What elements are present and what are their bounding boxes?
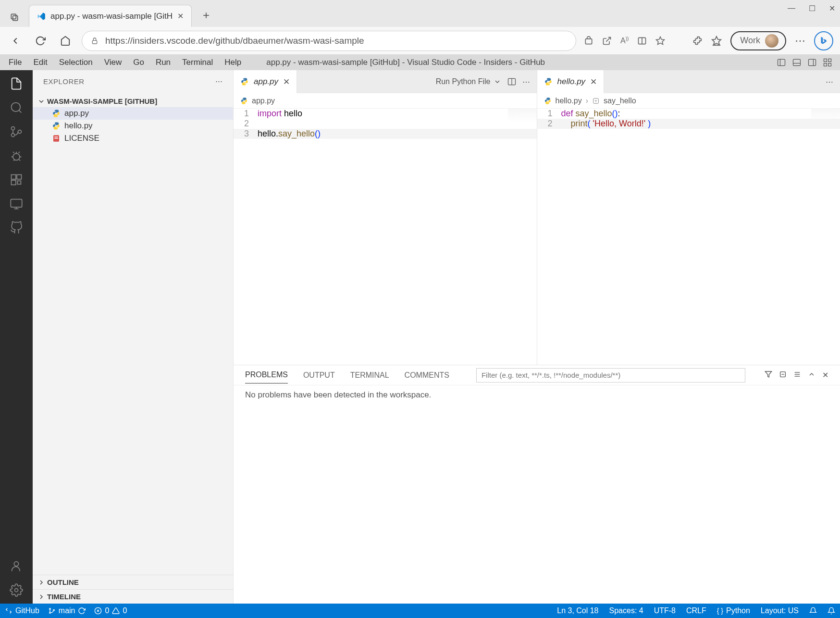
debug-icon[interactable] — [10, 149, 23, 162]
layout-indicator[interactable]: Layout: US — [761, 606, 799, 615]
svg-rect-20 — [824, 63, 827, 66]
editor-content[interactable]: 1def say_hello():2 print( 'Hello, World!… — [537, 109, 840, 365]
tab-close-icon[interactable]: ✕ — [177, 12, 184, 21]
file-item[interactable]: LICENSE — [33, 132, 233, 145]
back-button[interactable] — [7, 32, 24, 49]
panel-filter[interactable] — [476, 368, 745, 383]
minimize-icon[interactable]: — — [788, 4, 795, 13]
panel-tab-output[interactable]: OUTPUT — [303, 367, 335, 383]
vscode-favicon — [37, 12, 46, 21]
toggle-bottom-icon[interactable] — [792, 58, 802, 67]
menu-run[interactable]: Run — [150, 56, 176, 69]
toggle-panel-icon[interactable] — [777, 58, 786, 67]
search-icon[interactable] — [10, 101, 23, 114]
menu-selection[interactable]: Selection — [53, 56, 99, 69]
minimap[interactable] — [811, 109, 840, 123]
explorer-icon[interactable] — [0, 77, 23, 90]
shopping-icon[interactable] — [584, 36, 593, 46]
problems-message: No problems have been detected in the wo… — [234, 385, 840, 405]
extensions-activity-icon[interactable] — [10, 173, 23, 186]
open-external-icon[interactable] — [602, 36, 612, 46]
timeline-section[interactable]: TIMELINE — [33, 589, 233, 604]
customize-layout-icon[interactable] — [823, 58, 832, 67]
github-icon[interactable] — [10, 221, 23, 235]
menu-help[interactable]: Help — [219, 56, 247, 69]
editor-more-icon[interactable]: ⋯ — [522, 77, 530, 87]
menu-view[interactable]: View — [99, 56, 128, 69]
remote-indicator[interactable]: GitHub — [5, 606, 39, 615]
menu-terminal[interactable]: Terminal — [176, 56, 219, 69]
browser-tab[interactable]: app.py - wasm-wasi-sample [GitH ✕ — [29, 5, 192, 27]
settings-icon[interactable] — [10, 583, 23, 597]
editor-tab-app[interactable]: app.py ✕ — [234, 70, 297, 93]
editor-more-icon[interactable]: ⋯ — [826, 77, 833, 87]
home-button[interactable] — [57, 32, 74, 49]
svg-rect-39 — [54, 138, 58, 139]
collections-icon[interactable] — [711, 36, 722, 46]
refresh-button[interactable] — [32, 32, 49, 49]
filter-icon[interactable] — [765, 371, 772, 380]
chevron-up-icon[interactable] — [808, 371, 815, 380]
cursor-position[interactable]: Ln 3, Col 18 — [557, 606, 598, 615]
close-panel-icon[interactable]: ✕ — [822, 371, 828, 380]
menu-go[interactable]: Go — [127, 56, 150, 69]
extensions-icon[interactable] — [692, 36, 703, 46]
menu-edit[interactable]: Edit — [27, 56, 53, 69]
read-aloud-icon[interactable]: A)) — [620, 36, 629, 45]
split-editor-icon[interactable] — [507, 77, 517, 87]
tab-label: app.py — [254, 77, 278, 87]
language-indicator[interactable]: { } Python — [717, 606, 750, 615]
remote-explorer-icon[interactable] — [10, 197, 23, 210]
editor-tab-hello[interactable]: hello.py ✕ — [537, 70, 605, 93]
breadcrumb[interactable]: app.py — [234, 93, 537, 109]
panel-tab-comments[interactable]: COMMENTS — [405, 367, 449, 383]
toggle-right-icon[interactable] — [807, 58, 817, 67]
notifications-icon[interactable] — [828, 607, 835, 615]
maximize-icon[interactable]: ☐ — [809, 4, 815, 13]
tab-actions-icon[interactable] — [5, 8, 24, 27]
feedback-icon[interactable] — [809, 607, 817, 615]
editor-pane-right: hello.py ✕ ⋯ hello.py › say_hello 1d — [537, 70, 840, 365]
encoding-indicator[interactable]: UTF-8 — [654, 606, 676, 615]
sidebar-more-icon[interactable]: ⋯ — [215, 77, 223, 86]
account-icon[interactable] — [10, 559, 23, 573]
bing-button[interactable] — [814, 31, 833, 50]
url-bar[interactable]: https://insiders.vscode.dev/github/dbaeu… — [82, 31, 576, 51]
close-window-icon[interactable]: ✕ — [829, 4, 835, 13]
minimap[interactable] — [508, 109, 537, 123]
close-tab-icon[interactable]: ✕ — [590, 77, 597, 87]
eol-indicator[interactable]: CRLF — [686, 606, 706, 615]
file-item[interactable]: app.py — [33, 107, 233, 120]
breadcrumb[interactable]: hello.py › say_hello — [537, 93, 840, 109]
svg-point-26 — [18, 130, 22, 134]
new-tab-button[interactable] — [197, 6, 216, 25]
profile-pill[interactable]: Work — [730, 31, 786, 50]
source-control-icon[interactable] — [10, 125, 23, 138]
list-icon[interactable] — [793, 371, 801, 380]
close-tab-icon[interactable]: ✕ — [283, 77, 290, 87]
panel-tab-problems[interactable]: PROBLEMS — [245, 367, 288, 383]
branch-indicator[interactable]: main — [48, 606, 86, 615]
split-screen-icon[interactable] — [637, 36, 647, 46]
run-python-button[interactable]: Run Python File — [436, 77, 501, 86]
editor-content[interactable]: 1import hello23hello.say_hello() — [234, 109, 537, 365]
favorites-icon[interactable] — [655, 36, 665, 46]
more-icon[interactable]: ⋯ — [795, 35, 805, 47]
file-item[interactable]: hello.py — [33, 120, 233, 132]
svg-point-25 — [12, 134, 15, 137]
outline-section[interactable]: OUTLINE — [33, 575, 233, 589]
filter-input[interactable] — [476, 368, 745, 383]
menu-file[interactable]: File — [3, 56, 27, 69]
panel-tab-terminal[interactable]: TERMINAL — [350, 367, 389, 383]
tree-root[interactable]: WASM-WASI-SAMPLE [GITHUB] — [33, 95, 233, 107]
collapse-icon[interactable] — [779, 371, 787, 380]
svg-point-53 — [53, 609, 54, 611]
svg-point-22 — [12, 103, 21, 112]
problems-indicator[interactable]: 0 0 — [94, 606, 127, 615]
svg-line-6 — [606, 37, 610, 41]
sidebar-header: EXPLORER ⋯ — [33, 70, 233, 92]
sidebar-title: EXPLORER — [43, 77, 85, 86]
spaces-indicator[interactable]: Spaces: 4 — [609, 606, 643, 615]
activity-bar — [0, 70, 33, 604]
svg-point-35 — [14, 562, 18, 566]
